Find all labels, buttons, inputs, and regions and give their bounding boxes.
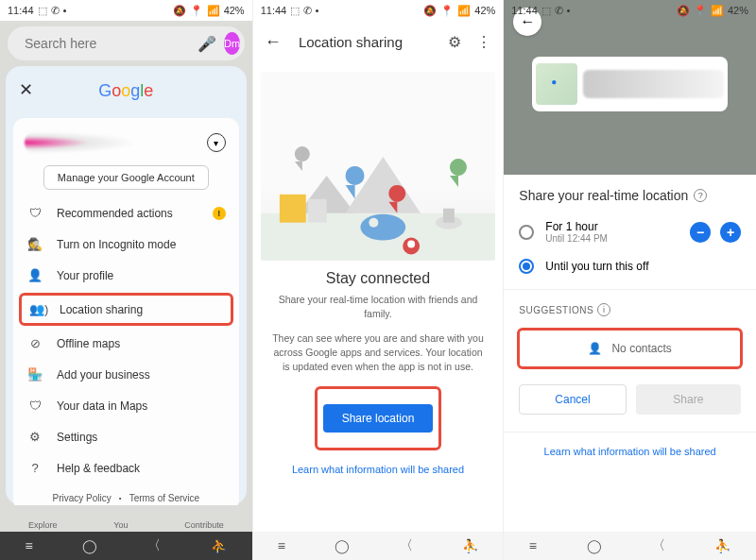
app-bar: ← Location sharing ⚙ ⋮ [253, 21, 504, 62]
google-logo: Google [13, 81, 239, 101]
radio-unchecked-icon[interactable] [519, 225, 534, 240]
paragraph-1: Share your real-time location with frien… [253, 287, 504, 326]
menu-incognito[interactable]: 🕵Turn on Incognito mode [17, 229, 235, 260]
status-bar: 11:44⬚✆ 🔕📍📶42% [504, 0, 756, 21]
option-until-off[interactable]: Until you turn this off [504, 251, 756, 281]
status-time: 11:44 [8, 5, 34, 16]
option-for-1-hour[interactable]: For 1 hour Until 12:44 PM − + [504, 212, 756, 251]
bottom-tabs: Explore You Contribute [0, 505, 252, 532]
no-contacts-label: No contacts [611, 342, 671, 355]
recents-icon[interactable]: ≡ [529, 538, 537, 553]
home-icon[interactable]: ◯ [587, 538, 602, 553]
android-nav-bar: ≡ ◯ 〈 ⛹ [0, 532, 252, 560]
gear-icon: ⚙ [26, 430, 43, 444]
search-bar[interactable]: 🎤 Dm [8, 26, 245, 60]
back-icon[interactable]: 〈 [400, 537, 413, 554]
learn-more-link[interactable]: Learn what information will be shared [253, 464, 504, 475]
option-label: Until you turn this off [545, 260, 741, 273]
android-nav-bar: ≡ ◯ 〈 ⛹ [253, 532, 504, 560]
gear-icon[interactable]: ⚙ [444, 33, 465, 51]
chevron-down-icon[interactable]: ▾ [207, 133, 226, 152]
menu-label: Recommended actions [57, 207, 173, 220]
page-title: Location sharing [265, 34, 438, 50]
svg-rect-5 [307, 199, 326, 223]
accessibility-icon[interactable]: ⛹ [462, 538, 478, 553]
store-icon: 🏪 [26, 367, 43, 382]
search-input[interactable] [25, 36, 190, 51]
help-icon: ? [26, 461, 43, 475]
svg-rect-11 [443, 209, 455, 223]
learn-more-link[interactable]: Learn what information will be shared [504, 440, 756, 467]
svg-marker-3 [345, 157, 421, 213]
location-text-redacted [583, 70, 724, 98]
map-backdrop: ← [504, 0, 756, 175]
menu-your-data[interactable]: 🛡Your data in Maps [17, 390, 235, 421]
mic-icon[interactable]: 🎤 [198, 35, 216, 53]
account-row[interactable]: ▾ [17, 124, 235, 161]
alert-badge: ! [213, 207, 226, 220]
divider [504, 289, 756, 290]
menu-settings[interactable]: ⚙Settings [17, 421, 235, 452]
privacy-link[interactable]: Privacy Policy [53, 493, 112, 503]
incognito-icon: 🕵 [26, 237, 43, 251]
suggestions-header: SUGGESTIONS i [504, 297, 756, 322]
accessibility-icon[interactable]: ⛹ [714, 538, 730, 553]
shield-icon: 🛡 [26, 206, 43, 220]
cancel-button[interactable]: Cancel [519, 384, 626, 415]
heading: Stay connected [253, 270, 504, 287]
menu-label: Your profile [57, 269, 113, 282]
menu-recommended-actions[interactable]: 🛡Recommended actions! [17, 197, 235, 229]
person-icon: 👤 [588, 342, 602, 355]
location-sharing-icon: 👥) [29, 302, 46, 316]
avatar[interactable]: Dm [224, 32, 240, 55]
menu-help[interactable]: ?Help & feedback [17, 452, 235, 484]
status-bar: 11:44⬚✆ 🔕📍📶42% [253, 0, 504, 21]
accessibility-icon[interactable]: ⛹ [211, 538, 227, 553]
shield-icon: 🛡 [26, 399, 43, 413]
cloud-off-icon: ⊘ [26, 336, 43, 350]
no-contacts-row[interactable]: 👤 No contacts [517, 328, 743, 369]
menu-label: Turn on Incognito mode [57, 238, 176, 251]
svg-rect-4 [280, 195, 306, 223]
share-button: Share [636, 384, 741, 415]
recents-icon[interactable]: ≡ [278, 538, 285, 553]
manage-account-button[interactable]: Manage your Google Account [43, 165, 209, 190]
minus-button[interactable]: − [690, 222, 711, 243]
menu-location-sharing[interactable]: 👥)Location sharing [19, 293, 233, 326]
svg-point-7 [369, 218, 378, 228]
sheet-title: Share your real-time location ? [504, 175, 756, 212]
back-icon[interactable]: 〈 [652, 537, 665, 554]
account-sheet: ✕ Google ▾ Manage your Google Account 🛡R… [6, 66, 247, 505]
recents-icon[interactable]: ≡ [25, 538, 32, 553]
illustration [261, 72, 496, 261]
tab-contribute[interactable]: Contribute [184, 520, 224, 530]
info-icon[interactable]: i [597, 303, 610, 316]
status-bar: 11:44⬚✆ 🔕📍📶42% [0, 0, 252, 21]
svg-point-6 [360, 214, 405, 241]
home-icon[interactable]: ◯ [335, 538, 350, 553]
back-icon[interactable]: 〈 [147, 537, 161, 554]
close-icon[interactable]: ✕ [19, 79, 33, 100]
option-sublabel: Until 12:44 PM [545, 233, 679, 244]
menu-your-profile[interactable]: 👤Your profile [17, 260, 235, 291]
highlight-box: Share location [315, 386, 442, 450]
more-icon[interactable]: ⋮ [472, 33, 495, 51]
tos-link[interactable]: Terms of Service [129, 493, 199, 503]
help-icon[interactable]: ? [694, 189, 707, 202]
status-battery: 42% [224, 5, 245, 16]
tab-you[interactable]: You [113, 520, 128, 530]
paragraph-2: They can see where you are and share wit… [253, 326, 504, 379]
divider [504, 432, 756, 433]
share-location-button[interactable]: Share location [323, 404, 434, 433]
radio-checked-icon[interactable] [519, 259, 534, 274]
map-thumbnail [536, 63, 577, 105]
location-card[interactable] [532, 57, 728, 111]
menu-add-business[interactable]: 🏪Add your business [17, 359, 235, 390]
tab-explore[interactable]: Explore [28, 520, 58, 530]
menu-offline-maps[interactable]: ⊘Offline maps [17, 328, 235, 359]
menu-label: Your data in Maps [57, 399, 147, 413]
plus-button[interactable]: + [720, 222, 741, 243]
home-icon[interactable]: ◯ [82, 538, 97, 553]
android-nav-bar: ≡ ◯ 〈 ⛹ [504, 532, 756, 560]
svg-point-9 [407, 241, 415, 248]
